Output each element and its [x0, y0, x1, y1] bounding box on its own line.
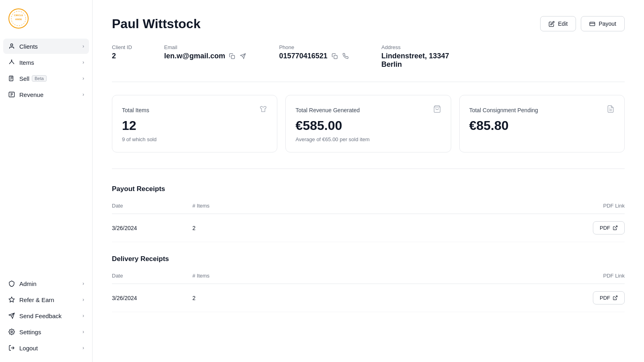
sidebar-item-admin[interactable]: Admin ›: [3, 276, 89, 291]
stat-sub: Average of €65.00 per sold item: [295, 136, 441, 142]
client-phone-label: Phone: [279, 44, 349, 50]
client-phone-value: 015770416521: [279, 52, 327, 60]
payout-table-row: 3/26/2024 2 PDF: [112, 214, 625, 242]
sidebar-nav: Clients › Items › Sell Beta: [0, 39, 92, 276]
payout-button[interactable]: Payout: [581, 16, 625, 31]
chevron-icon: ›: [83, 281, 84, 286]
chevron-icon: ›: [83, 345, 84, 351]
delivery-col-items-header: # Items: [192, 273, 241, 279]
svg-point-11: [11, 331, 12, 333]
payout-pdf-button[interactable]: PDF: [593, 221, 625, 234]
sidebar-item-logout[interactable]: Logout ›: [3, 340, 89, 356]
payout-row-items: 2: [192, 225, 241, 231]
delivery-table-header: Date # Items PDF Link: [112, 269, 625, 284]
svg-line-23: [615, 296, 617, 298]
sidebar-item-label: Admin: [19, 280, 37, 287]
sidebar-item-clients[interactable]: Clients ›: [3, 39, 89, 54]
svg-point-4: [10, 44, 12, 46]
copy-phone-button[interactable]: [331, 52, 339, 60]
payout-col-items-header: # Items: [192, 203, 241, 209]
chevron-icon: ›: [83, 297, 84, 302]
page-title: Paul Wittstock: [112, 16, 200, 31]
delivery-row-items: 2: [192, 295, 241, 301]
stat-label: Total Revenue Generated: [295, 107, 360, 113]
stat-value: €85.80: [469, 118, 615, 133]
chevron-icon: ›: [83, 60, 84, 65]
chevron-icon: ›: [83, 76, 84, 81]
edit-button[interactable]: Edit: [540, 16, 576, 31]
sidebar-item-label: Clients: [19, 43, 38, 50]
svg-marker-8: [9, 297, 14, 302]
client-id-field: Client ID 2: [112, 44, 132, 69]
client-id-label: Client ID: [112, 44, 132, 50]
sidebar-item-feedback[interactable]: Send Feedback ›: [3, 308, 89, 323]
stat-value: €585.00: [295, 118, 441, 133]
logo: CIRCLE ANDE: [0, 0, 92, 39]
copy-email-button[interactable]: [228, 52, 236, 60]
client-address-label: Address: [382, 44, 449, 50]
send-email-icon: [240, 53, 246, 59]
stat-value: 12: [122, 118, 267, 133]
delivery-pdf-button[interactable]: PDF: [593, 291, 625, 304]
stat-card-header: Total Items: [122, 105, 267, 115]
svg-rect-15: [231, 56, 235, 59]
chevron-icon: ›: [83, 313, 84, 319]
client-email-row: len.w@gmail.com: [164, 52, 247, 60]
sidebar-item-label: Revenue: [19, 91, 43, 98]
stat-sub: 9 of which sold: [122, 136, 267, 142]
sidebar-item-revenue[interactable]: Revenue ›: [3, 87, 89, 102]
gear-icon: [8, 328, 15, 335]
delivery-col-date-header: Date: [112, 273, 192, 279]
stat-card-items: Total Items 12 9 of which sold: [112, 95, 277, 152]
payout-receipts-table: Date # Items PDF Link 3/26/2024 2 PDF: [112, 200, 625, 242]
sidebar-item-label: Refer & Earn: [19, 296, 54, 303]
client-id-value: 2: [112, 52, 132, 60]
sidebar-item-label: Sell: [19, 75, 29, 82]
chevron-icon: ›: [83, 43, 84, 49]
send-icon: [8, 312, 15, 319]
payout-col-date-header: Date: [112, 203, 192, 209]
client-info: Client ID 2 Email len.w@gmail.com Phone …: [112, 44, 625, 82]
shirt-icon: [259, 105, 267, 115]
call-button[interactable]: [342, 52, 349, 60]
delivery-table-row: 3/26/2024 2 PDF: [112, 284, 625, 312]
client-address-field: Address Lindenstreet, 13347 Berlin: [382, 44, 449, 69]
delivery-receipts-section: Delivery Receipts Date # Items PDF Link …: [112, 255, 625, 312]
client-email-value: len.w@gmail.com: [164, 52, 225, 60]
delivery-receipts-table: Date # Items PDF Link 3/26/2024 2 PDF: [112, 269, 625, 312]
sidebar-item-refer[interactable]: Refer & Earn ›: [3, 292, 89, 307]
sidebar-item-label: Send Feedback: [19, 313, 62, 319]
stat-card-header: Total Consignment Pending: [469, 105, 615, 115]
stats-grid: Total Items 12 9 of which sold Total Rev…: [112, 95, 625, 169]
page-header: Paul Wittstock Edit Payout: [112, 16, 625, 31]
payout-receipts-title: Payout Receipts: [112, 185, 625, 193]
client-phone-field: Phone 015770416521: [279, 44, 349, 69]
sidebar-item-label: Logout: [19, 345, 38, 352]
sidebar-item-label: Settings: [19, 329, 41, 335]
logo-icon: CIRCLE ANDE: [8, 8, 29, 29]
stat-card-consignment: Total Consignment Pending €85.80: [459, 95, 625, 152]
payout-table-header: Date # Items PDF Link: [112, 200, 625, 214]
header-actions: Edit Payout: [540, 16, 625, 31]
sidebar-bottom: Admin › Refer & Earn › Send Feedback ›: [0, 276, 92, 362]
client-email-label: Email: [164, 44, 247, 50]
sidebar: CIRCLE ANDE Clients › Items ›: [0, 0, 93, 362]
stat-label: Total Items: [122, 107, 149, 113]
sidebar-item-label: Items: [19, 59, 34, 66]
person-icon: [8, 43, 15, 50]
beta-badge: Beta: [32, 75, 47, 82]
payout-icon: [589, 21, 595, 27]
sidebar-item-settings[interactable]: Settings ›: [3, 324, 89, 339]
stat-label: Total Consignment Pending: [469, 107, 538, 113]
payout-col-pdf-header: PDF Link: [603, 203, 625, 209]
sidebar-item-sell[interactable]: Sell Beta ›: [3, 71, 89, 86]
copy-phone-icon: [332, 53, 338, 59]
hanger-icon: [8, 59, 15, 66]
client-address-value: Lindenstreet, 13347 Berlin: [382, 52, 449, 69]
bag-icon: [433, 105, 441, 115]
delivery-receipts-title: Delivery Receipts: [112, 255, 625, 263]
send-email-button[interactable]: [239, 52, 247, 60]
phone-icon: [343, 53, 349, 59]
sidebar-item-items[interactable]: Items ›: [3, 55, 89, 70]
svg-text:CIRCLE: CIRCLE: [14, 14, 23, 16]
